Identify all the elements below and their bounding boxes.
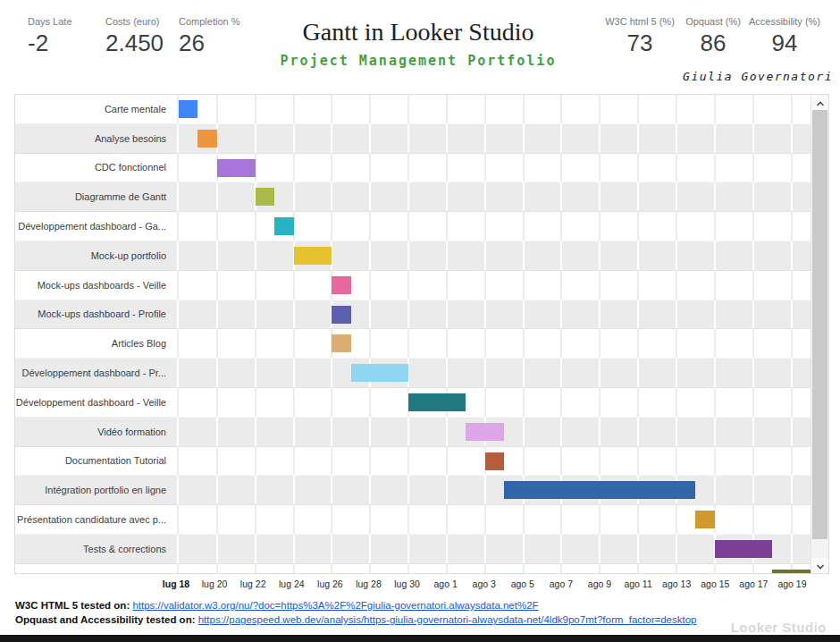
gridline — [676, 535, 677, 563]
scroll-up-button[interactable] — [811, 95, 828, 110]
gantt-bar[interactable] — [504, 481, 695, 499]
axis-tick-label: ago 1 — [433, 579, 457, 589]
gridline — [560, 359, 562, 387]
gridline — [599, 124, 601, 153]
gridline — [599, 535, 601, 563]
gridline — [446, 329, 448, 358]
gantt-bar[interactable] — [332, 334, 350, 352]
gridline — [560, 95, 562, 123]
gantt-bar[interactable] — [351, 364, 408, 382]
chart-scrollbar[interactable] — [811, 95, 828, 573]
gridline — [791, 124, 793, 153]
gantt-bar[interactable] — [197, 130, 216, 148]
gridline — [714, 212, 716, 241]
task-label: Mock-up portfolio — [15, 241, 177, 271]
gantt-row-plot — [177, 329, 811, 359]
kpi-completion-: Completion %26 — [179, 16, 239, 57]
w3c-validator-link[interactable]: https://validator.w3.org/nu/?doc=https%3… — [132, 600, 538, 611]
axis-tick-label: ago 3 — [473, 579, 496, 589]
gridline — [599, 329, 601, 358]
gridline — [407, 124, 409, 153]
gantt-bar[interactable] — [408, 393, 466, 411]
gridline — [369, 564, 371, 573]
gridline — [331, 505, 332, 534]
gridline — [637, 271, 639, 300]
gridline — [369, 212, 371, 241]
gantt-bar[interactable] — [179, 100, 197, 118]
gantt-bar[interactable] — [485, 452, 504, 470]
gridline — [523, 447, 525, 476]
gridline — [216, 388, 218, 417]
gridline — [791, 388, 793, 417]
axis-tick-label: ago 13 — [662, 579, 691, 589]
gridline — [484, 535, 486, 563]
scroll-down-button[interactable] — [811, 558, 828, 573]
gridline — [523, 329, 525, 358]
gantt-bar[interactable] — [217, 159, 256, 177]
gridline — [637, 505, 639, 534]
gridline — [676, 447, 677, 476]
gantt-row-plot — [177, 124, 811, 154]
gantt-bar[interactable] — [256, 188, 274, 206]
page-title: Gantt in Looker Studio — [281, 18, 557, 46]
gridline — [637, 418, 639, 446]
gridline — [407, 505, 409, 534]
gantt-row: Carte mentale — [15, 95, 811, 124]
gridline — [484, 154, 486, 182]
w3c-tested-label: W3C HTML 5 tested on: — [15, 600, 130, 611]
gantt-bar[interactable] — [294, 247, 332, 265]
gridline — [369, 505, 371, 534]
gantt-bar[interactable] — [332, 276, 350, 294]
gridline — [484, 329, 486, 358]
bottom-bar — [0, 635, 840, 642]
looker-studio-watermark[interactable]: Looker Studio — [731, 620, 827, 635]
kpi-label: Accessibility (%) — [749, 16, 820, 27]
gridline — [407, 241, 409, 270]
gridline — [676, 505, 677, 534]
gridline — [293, 447, 295, 476]
gantt-bar[interactable] — [332, 306, 350, 324]
gridline — [255, 564, 256, 573]
gridline — [407, 154, 409, 182]
gantt-bar[interactable] — [466, 423, 504, 441]
gantt-row: Tests & corrections — [15, 535, 811, 564]
gantt-bar[interactable] — [274, 217, 293, 235]
gantt-bar[interactable] — [715, 540, 772, 558]
gantt-row: CDC fonctionnel — [15, 154, 811, 183]
kpi-value: 86 — [685, 30, 741, 57]
kpi-label: Completion % — [179, 16, 239, 27]
gantt-row: Articles Blog — [15, 329, 811, 359]
gridline — [676, 300, 677, 329]
gridline — [484, 124, 486, 153]
scrollbar-thumb[interactable] — [812, 110, 827, 539]
gantt-bar[interactable] — [695, 511, 714, 528]
gridline — [407, 418, 409, 446]
gridline — [523, 418, 525, 446]
gridline — [331, 95, 332, 123]
gantt-row-plot — [177, 505, 811, 535]
pagespeed-link[interactable]: https://pagespeed.web.dev/analysis/https… — [198, 614, 697, 625]
gridline — [714, 359, 716, 387]
gantt-x-axis: lug 18lug 20lug 22lug 24lug 26lug 28lug … — [176, 579, 811, 593]
gridline — [752, 182, 754, 211]
axis-tick-label: lug 20 — [202, 579, 228, 589]
gridline — [791, 505, 793, 534]
gridline — [523, 124, 525, 153]
gridline — [293, 271, 295, 300]
task-label: Analyse besoins — [15, 124, 177, 154]
axis-tick-label: ago 15 — [701, 579, 729, 589]
axis-tick-label: lug 26 — [317, 579, 343, 589]
gridline — [255, 447, 256, 476]
gridline — [293, 476, 295, 504]
axis-tick-label: lug 22 — [240, 579, 266, 589]
gridline — [752, 418, 754, 446]
gantt-row-plot — [177, 241, 811, 271]
gantt-bar[interactable] — [772, 570, 811, 573]
gridline — [714, 154, 716, 182]
gridline — [637, 95, 639, 123]
gantt-row: Développement dashboard - Pr... — [15, 359, 811, 388]
kpi-value: 73 — [605, 30, 675, 57]
gridline — [523, 535, 525, 563]
gridline — [446, 300, 448, 329]
gridline — [369, 447, 371, 476]
